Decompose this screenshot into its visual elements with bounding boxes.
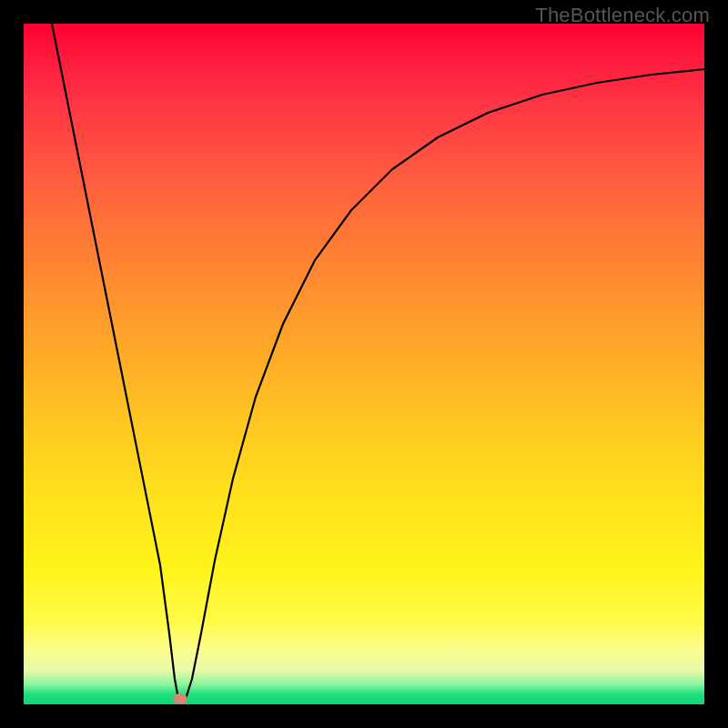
chart-frame: TheBottleneck.com [0,0,728,728]
curve-svg [24,24,704,704]
bottleneck-curve [52,24,704,699]
plot-area [24,24,704,704]
optimal-point-marker [173,693,187,704]
watermark-text: TheBottleneck.com [535,4,710,27]
